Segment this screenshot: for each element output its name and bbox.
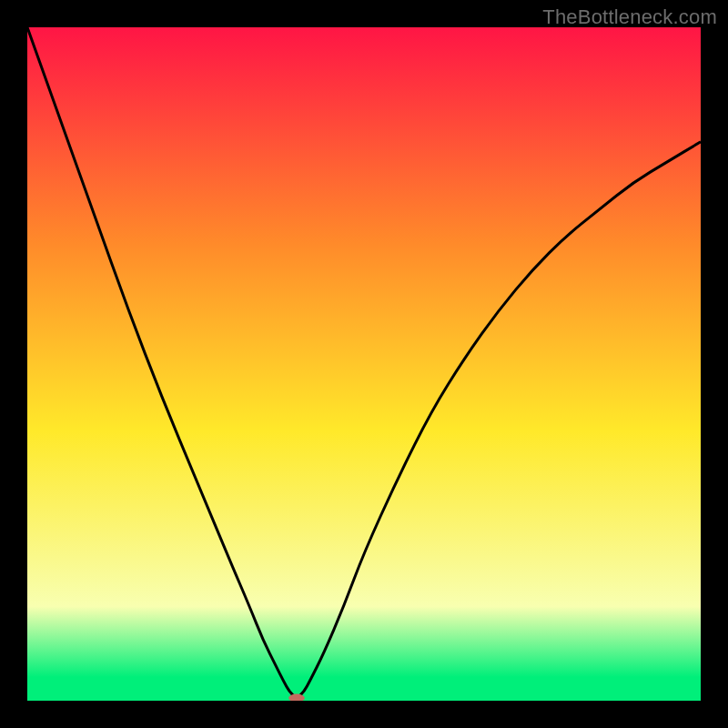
plot-frame xyxy=(27,27,701,701)
watermark-text: TheBottleneck.com xyxy=(542,5,717,29)
chart-stage: TheBottleneck.com xyxy=(0,0,728,728)
curve-layer xyxy=(27,27,701,701)
bottleneck-curve xyxy=(27,27,701,697)
